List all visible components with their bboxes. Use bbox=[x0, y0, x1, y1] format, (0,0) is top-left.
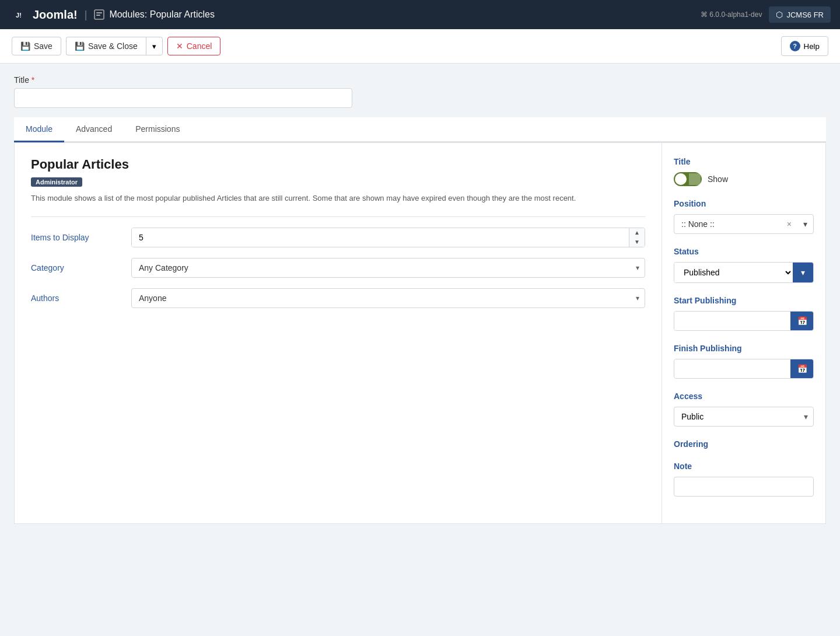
separator bbox=[31, 216, 645, 217]
joomla-logo-icon: J! bbox=[9, 5, 28, 24]
title-toggle[interactable] bbox=[674, 172, 702, 186]
start-calendar-btn[interactable]: 📅 bbox=[790, 312, 814, 330]
save-button[interactable]: 💾 Save bbox=[12, 37, 61, 55]
help-label: Help bbox=[804, 42, 820, 51]
finish-publishing-label: Finish Publishing bbox=[674, 344, 814, 353]
category-field: Any Category ▾ bbox=[131, 258, 645, 278]
finish-calendar-btn[interactable]: 📅 bbox=[790, 359, 814, 378]
items-display-field: ▲ ▼ bbox=[131, 228, 645, 247]
category-row: Category Any Category ▾ bbox=[31, 258, 645, 278]
right-column: Title Show Position :: None :: × bbox=[662, 143, 825, 523]
position-clear-btn[interactable]: × bbox=[781, 215, 797, 233]
title-field-row: Title * bbox=[14, 75, 826, 108]
save-close-label: Save & Close bbox=[88, 41, 138, 51]
note-input[interactable] bbox=[674, 477, 814, 497]
title-toggle-wrap: Show bbox=[674, 172, 814, 186]
user-button[interactable]: ⬡ JCMS6 FR bbox=[769, 6, 831, 23]
number-down-btn[interactable]: ▼ bbox=[629, 237, 645, 247]
number-up-btn[interactable]: ▲ bbox=[629, 228, 645, 237]
help-button[interactable]: ? Help bbox=[781, 36, 828, 56]
navbar-brand: J! Joomla! bbox=[9, 5, 78, 24]
status-select[interactable]: Published Unpublished Trashed bbox=[674, 263, 793, 282]
title-input[interactable] bbox=[14, 88, 352, 108]
panel-body: Popular Articles Administrator This modu… bbox=[15, 143, 825, 523]
title-section-label: Title bbox=[674, 157, 814, 166]
save-icon: 💾 bbox=[20, 41, 30, 51]
start-publishing-section: Start Publishing 📅 bbox=[674, 296, 814, 331]
user-label: JCMS6 FR bbox=[786, 11, 824, 19]
version-text: ⌘ 6.0.0-alpha1-dev bbox=[701, 11, 762, 19]
save-label: Save bbox=[34, 41, 52, 51]
save-close-icon: 💾 bbox=[75, 41, 85, 51]
module-name: Popular Articles bbox=[31, 157, 645, 172]
save-close-group: 💾 Save & Close ▾ bbox=[66, 37, 163, 55]
category-select-wrap: Any Category ▾ bbox=[131, 258, 645, 278]
module-description: This module shows a list of the most pop… bbox=[31, 193, 645, 205]
main-panel: Popular Articles Administrator This modu… bbox=[14, 142, 826, 524]
tabs-container: Module Advanced Permissions bbox=[14, 117, 826, 142]
svg-text:J!: J! bbox=[16, 12, 22, 19]
status-section: Status Published Unpublished Trashed ▾ bbox=[674, 247, 814, 283]
page-title: Modules: Popular Articles bbox=[109, 9, 215, 20]
title-label: Title * bbox=[14, 75, 826, 85]
toolbar: 💾 Save 💾 Save & Close ▾ ✕ Cancel ? Help bbox=[0, 29, 840, 64]
status-label: Status bbox=[674, 247, 814, 256]
items-display-label: Items to Display bbox=[31, 233, 124, 242]
ordering-label: Ordering bbox=[674, 439, 814, 449]
toggle-knob bbox=[675, 173, 687, 185]
ordering-section: Ordering bbox=[674, 439, 814, 449]
position-label: Position bbox=[674, 199, 814, 208]
items-display-row: Items to Display ▲ ▼ bbox=[31, 228, 645, 247]
toggle-right-area bbox=[689, 173, 701, 185]
finish-publishing-section: Finish Publishing 📅 bbox=[674, 344, 814, 379]
status-dropdown-btn[interactable]: ▾ bbox=[793, 263, 813, 282]
navbar-right: ⌘ 6.0.0-alpha1-dev ⬡ JCMS6 FR bbox=[701, 6, 831, 23]
cancel-button[interactable]: ✕ Cancel bbox=[167, 37, 221, 55]
help-icon: ? bbox=[790, 41, 800, 51]
save-close-dropdown[interactable]: ▾ bbox=[146, 37, 163, 55]
tab-module[interactable]: Module bbox=[14, 117, 64, 142]
required-marker: * bbox=[32, 75, 34, 85]
tab-permissions[interactable]: Permissions bbox=[124, 117, 191, 142]
access-label: Access bbox=[674, 392, 814, 401]
svg-rect-4 bbox=[96, 15, 100, 16]
items-number-wrap: ▲ ▼ bbox=[131, 228, 645, 247]
position-dropdown-btn[interactable]: ▾ bbox=[797, 215, 813, 233]
finish-calendar-icon: 📅 bbox=[797, 364, 807, 373]
left-column: Popular Articles Administrator This modu… bbox=[15, 143, 662, 523]
tab-advanced[interactable]: Advanced bbox=[64, 117, 124, 142]
show-label: Show bbox=[708, 174, 728, 184]
content-area: Title * Module Advanced Permissions Popu… bbox=[0, 64, 840, 635]
dropdown-arrow-icon: ▾ bbox=[152, 42, 156, 51]
admin-badge: Administrator bbox=[31, 177, 82, 187]
position-section: Position :: None :: × ▾ bbox=[674, 199, 814, 234]
access-section: Access Public Guest Registered Special S… bbox=[674, 392, 814, 427]
nav-separator: | bbox=[85, 9, 88, 21]
authors-row: Authors Anyone ▾ bbox=[31, 288, 645, 308]
start-publishing-input[interactable] bbox=[674, 312, 790, 330]
position-field: :: None :: × ▾ bbox=[674, 214, 814, 234]
finish-publishing-input[interactable] bbox=[674, 359, 790, 378]
status-wrap: Published Unpublished Trashed ▾ bbox=[674, 262, 814, 283]
save-close-button[interactable]: 💾 Save & Close bbox=[66, 37, 146, 55]
finish-publishing-wrap: 📅 bbox=[674, 359, 814, 379]
svg-rect-3 bbox=[96, 12, 102, 13]
authors-select[interactable]: Anyone bbox=[131, 288, 645, 308]
calendar-icon: 📅 bbox=[797, 316, 807, 326]
number-spinner: ▲ ▼ bbox=[629, 228, 645, 247]
authors-field: Anyone ▾ bbox=[131, 288, 645, 308]
note-section: Note bbox=[674, 462, 814, 497]
module-icon bbox=[94, 9, 104, 20]
category-label: Category bbox=[31, 263, 124, 272]
navbar-left: J! Joomla! | Modules: Popular Articles bbox=[9, 5, 215, 24]
navbar: J! Joomla! | Modules: Popular Articles ⌘… bbox=[0, 0, 840, 29]
authors-label: Authors bbox=[31, 293, 124, 303]
category-select[interactable]: Any Category bbox=[131, 258, 645, 278]
brand-name: Joomla! bbox=[33, 8, 78, 22]
position-value: :: None :: bbox=[674, 215, 781, 233]
access-select[interactable]: Public Guest Registered Special Super Us… bbox=[674, 407, 814, 427]
authors-select-wrap: Anyone ▾ bbox=[131, 288, 645, 308]
start-publishing-label: Start Publishing bbox=[674, 296, 814, 305]
items-number-input[interactable] bbox=[132, 228, 629, 247]
toolbar-left: 💾 Save 💾 Save & Close ▾ ✕ Cancel bbox=[12, 37, 220, 55]
